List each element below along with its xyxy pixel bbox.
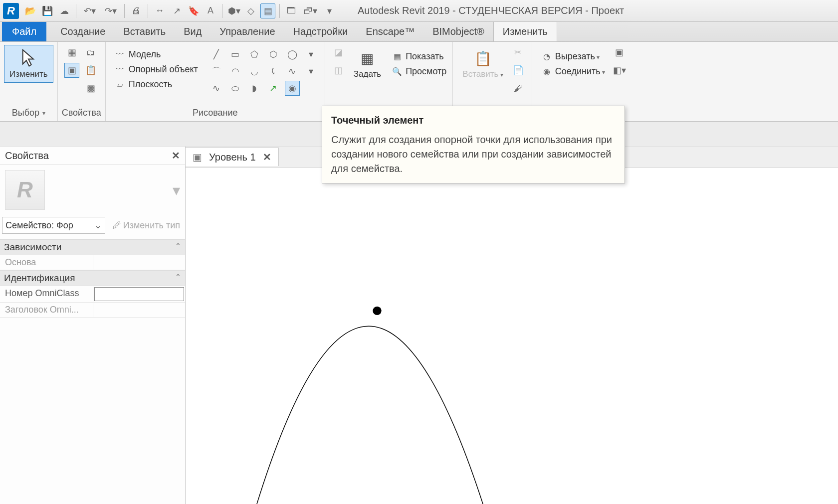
panel-properties-label: Свойства [62,106,101,121]
tab-view[interactable]: Вид [175,22,210,41]
circumscribed-polygon-icon[interactable]: ⬡ [266,47,281,62]
collapse-icon: ⌃ [175,242,181,253]
family-select[interactable]: Семейство: Фор ⌄ [2,217,105,234]
type-dropdown-icon[interactable]: ▾ [173,181,180,199]
group-identity-label: Идентификация [4,273,75,284]
reference-plane-label: Плоскость [129,79,172,90]
spline-points-icon[interactable]: ∿ [209,81,224,96]
cope-icon[interactable]: ▣ [612,45,627,60]
save-icon[interactable]: 💾 [40,3,55,18]
qat-dropdown-icon[interactable]: ▾ [322,3,337,18]
blank-icon [304,81,319,96]
draw-more2-icon[interactable]: ▾ [304,64,319,79]
join-geometry-button[interactable]: ◉Соединить [539,65,607,78]
copy-icon: 📄 [511,63,526,78]
viewer-button[interactable]: 🔍Просмотр [390,65,448,78]
tab-modify[interactable]: Изменить [493,21,557,41]
draw-more-icon[interactable]: ▾ [304,47,319,62]
start-end-arc-icon[interactable]: ⌒ [209,64,224,79]
show-icon: ▦ [392,51,403,62]
measure-icon[interactable]: ↔ [152,3,167,18]
document-tab-close-icon[interactable]: ✕ [263,151,271,163]
drawing-canvas[interactable] [186,168,838,504]
open-icon[interactable]: 📂 [23,3,38,18]
prop-row-base: Основа [0,255,185,270]
center-arc-icon[interactable]: ◠ [228,64,243,79]
split-face-icon[interactable]: ◧▾ [612,63,627,78]
group-identity[interactable]: Идентификация ⌃ [0,270,185,286]
set-workplane-top-icon: ◪ [331,45,346,60]
tab-create[interactable]: Создание [51,22,114,41]
ellipse-icon[interactable]: ⬭ [228,81,243,96]
prop-omniclass-num-key: Номер OmniClass [0,286,93,302]
undo-icon[interactable]: ↶▾ [80,3,99,18]
reference-line-button[interactable]: 〰Опорный объект [113,63,200,76]
tab-insert[interactable]: Вставить [114,22,175,41]
partial-ellipse-icon[interactable]: ◗ [247,81,262,96]
tangent-arc-icon[interactable]: ◡ [247,64,262,79]
file-tab[interactable]: Файл [2,22,46,41]
type-selector[interactable]: R ▾ [0,165,185,215]
modify-button[interactable]: Изменить [4,45,53,83]
prop-row-omniclass-num: Номер OmniClass [0,286,185,303]
properties-close-icon[interactable]: ✕ [172,150,180,162]
dimension-icon[interactable]: ↗ [169,3,184,18]
text-icon[interactable]: A [203,3,218,18]
rectangle-tool-icon[interactable]: ▭ [228,47,243,62]
tag-icon[interactable]: 🔖 [186,3,201,18]
group-constraints-label: Зависимости [4,242,61,253]
redo-icon[interactable]: ↷▾ [101,3,120,18]
workplane-grid-icon: ▦ [361,48,374,68]
sync-cloud-icon[interactable]: ☁ [57,3,72,18]
join-geometry-icon: ◉ [541,66,552,77]
join-geometry-label: Соединить [555,66,605,77]
tab-addins[interactable]: Надстройки [284,22,357,41]
tab-manage[interactable]: Управление [210,22,284,41]
window-title: Autodesk Revit 2019 - СТУДЕНЧЕСКАЯ ВЕРСИ… [358,5,624,16]
show-button[interactable]: ▦Показать [390,50,448,63]
show-label: Показать [406,51,444,62]
cut-geometry-icon: ◔ [541,51,552,62]
viewer-label: Просмотр [406,66,446,77]
switch-windows-icon[interactable]: 🗗▾ [301,3,320,18]
document-tab-label: Уровень 1 [209,152,256,163]
tab-enscape[interactable]: Enscape™ [357,22,423,41]
line-tool-icon[interactable]: ╱ [209,47,224,62]
edit-type-button[interactable]: 🖉Изменить тип [109,218,183,233]
circle-tool-icon[interactable]: ◯ [285,47,300,62]
quick-access-toolbar: R 📂 💾 ☁ ↶▾ ↷▾ 🖨 ↔ ↗ 🔖 A ⬢▾ ◇ ▤ 🗔 🗗▾ ▾ Au… [0,0,838,22]
matchtype-icon[interactable]: 🖌 [511,81,526,96]
set-workplane-button[interactable]: ▦ Задать [348,45,387,83]
app-logo-icon[interactable]: R [3,3,19,19]
view-icon: ▣ [193,151,202,163]
properties-header: Свойства ✕ [0,147,185,165]
paste-button[interactable]: 📋 Вставить [457,45,508,83]
project-units-icon[interactable]: ▩ [83,81,98,96]
cut-icon: ✂ [511,45,526,60]
tab-bimobject[interactable]: BIMobject® [423,22,493,41]
reference-plane-button[interactable]: ▱Плоскость [113,78,200,91]
view3d-icon[interactable]: ⬢▾ [226,3,241,18]
main-area: Свойства ✕ R ▾ Семейство: Фор ⌄ 🖉Изменит… [0,147,838,504]
model-line-button[interactable]: 〰Модель [113,48,200,61]
family-types-icon[interactable]: 📋 [83,63,98,78]
cut-geometry-button[interactable]: ◔Вырезать [539,50,607,63]
group-constraints[interactable]: Зависимости ⌃ [0,239,185,255]
print-icon[interactable]: 🖨 [129,3,144,18]
inscribed-polygon-icon[interactable]: ⬠ [247,47,262,62]
section-icon[interactable]: ◇ [243,3,258,18]
omniclass-number-input[interactable] [94,287,185,301]
set-label: Задать [354,69,381,79]
pick-lines-icon[interactable]: ↗ [266,81,281,96]
close-inactive-icon[interactable]: 🗔 [284,3,299,18]
fillet-arc-icon[interactable]: ⤹ [266,64,281,79]
family-category-icon[interactable]: 🗂 [83,45,98,60]
document-tab[interactable]: ▣ Уровень 1 ✕ [185,148,279,166]
spline-icon[interactable]: ∿ [285,64,300,79]
properties-icon[interactable]: ▦ [64,45,79,60]
type-properties-icon[interactable]: ▣ [64,63,79,78]
panel-select-label[interactable]: Выбор [12,106,45,121]
thin-lines-icon[interactable]: ▤ [260,3,275,18]
paste-icon: 📋 [474,48,492,68]
point-element-icon[interactable]: ◉ [285,81,300,96]
